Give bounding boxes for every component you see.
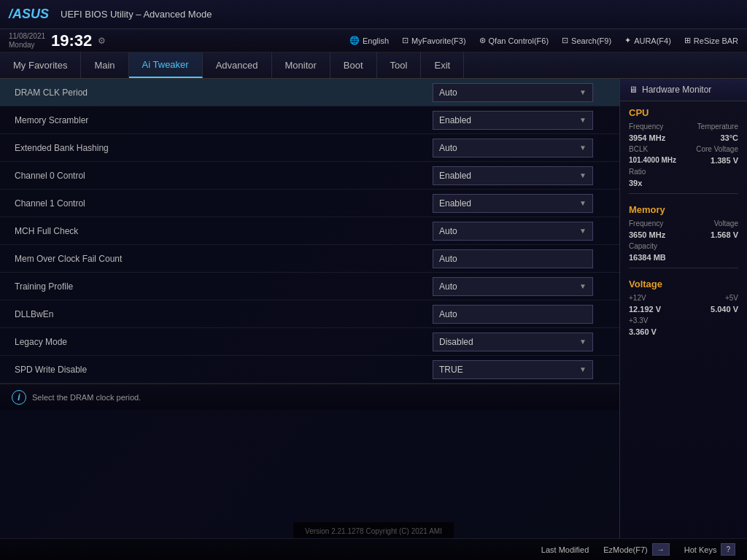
nav-advanced[interactable]: Advanced bbox=[203, 52, 272, 78]
setting-spd-write-disable[interactable]: SPD Write Disable TRUE ▼ bbox=[0, 356, 619, 384]
legacy-mode-label: Legacy Mode bbox=[15, 337, 433, 347]
memory-scrambler-label: Memory Scrambler bbox=[15, 115, 433, 125]
dropdown-arrow: ▼ bbox=[579, 144, 587, 152]
footer: Last Modified EzMode(F7) → Hot Keys ? bbox=[0, 538, 747, 560]
ch1-value[interactable]: Enabled ▼ bbox=[433, 194, 608, 213]
setting-legacy-mode[interactable]: Legacy Mode Disabled ▼ bbox=[0, 328, 619, 356]
nav-ai-tweaker[interactable]: Ai Tweaker bbox=[129, 52, 203, 78]
settings-icon[interactable]: ⚙ bbox=[98, 36, 106, 46]
top-header: /ASUS UEFI BIOS Utility – Advanced Mode bbox=[0, 0, 747, 29]
mem-over-clock-value[interactable]: Auto bbox=[433, 249, 608, 268]
status-bar: i Select the DRAM clock period. bbox=[0, 384, 619, 410]
spd-label: SPD Write Disable bbox=[15, 365, 433, 375]
setting-dllbwen[interactable]: DLLBwEn Auto bbox=[0, 300, 619, 328]
ch0-label: Channel 0 Control bbox=[15, 171, 433, 181]
memory-scrambler-value[interactable]: Enabled ▼ bbox=[433, 111, 608, 130]
nav-exit[interactable]: Exit bbox=[421, 52, 464, 78]
voltage-section-title: Voltage bbox=[620, 273, 747, 292]
mch-dropdown[interactable]: Auto ▼ bbox=[433, 222, 593, 241]
setting-channel-1-control[interactable]: Channel 1 Control Enabled ▼ bbox=[0, 190, 619, 217]
memory-voltage-divider bbox=[629, 268, 738, 268]
dram-clk-label: DRAM CLK Period bbox=[15, 88, 433, 98]
nav-boot[interactable]: Boot bbox=[330, 52, 377, 78]
mem-freq-key: Frequency bbox=[629, 219, 663, 228]
memory-scrambler-dropdown[interactable]: Enabled ▼ bbox=[433, 111, 593, 130]
info-icon: i bbox=[12, 390, 26, 405]
settings-panel[interactable]: DRAM CLK Period Auto ▼ Memory Scrambler … bbox=[0, 79, 619, 538]
setting-extended-bank-hashing[interactable]: Extended Bank Hashing Auto ▼ bbox=[0, 134, 619, 162]
dropdown-arrow: ▼ bbox=[579, 88, 587, 96]
setting-memory-scrambler[interactable]: Memory Scrambler Enabled ▼ bbox=[0, 106, 619, 134]
myfavorite-btn[interactable]: ⊡ MyFavorite(F3) bbox=[402, 36, 466, 45]
spd-dropdown[interactable]: TRUE ▼ bbox=[433, 360, 593, 379]
ezmode-arrow: → bbox=[652, 543, 670, 556]
ch0-value[interactable]: Enabled ▼ bbox=[433, 166, 608, 185]
legacy-mode-value[interactable]: Disabled ▼ bbox=[433, 332, 608, 351]
cpu-ratio-row: Ratio bbox=[620, 166, 747, 177]
aura-btn[interactable]: ✦ AURA(F4) bbox=[624, 36, 671, 45]
ezmode-btn[interactable]: EzMode(F7) → bbox=[603, 543, 670, 556]
hw-monitor-panel: 🖥 Hardware Monitor CPU Frequency Tempera… bbox=[619, 79, 747, 538]
v12-value: 12.192 V bbox=[629, 305, 661, 314]
nav-my-favorites[interactable]: My Favorites bbox=[0, 52, 81, 78]
hotkeys-label: Hot Keys bbox=[684, 545, 717, 554]
dram-clk-value[interactable]: Auto ▼ bbox=[433, 83, 608, 102]
dram-clk-dropdown[interactable]: Auto ▼ bbox=[433, 83, 593, 102]
extended-bank-value[interactable]: Auto ▼ bbox=[433, 139, 608, 158]
monitor-icon: 🖥 bbox=[629, 85, 638, 95]
dllbwen-input[interactable]: Auto bbox=[433, 305, 593, 324]
language-btn[interactable]: 🌐 English bbox=[349, 36, 389, 45]
cpu-section-title: CPU bbox=[620, 101, 747, 121]
status-message: Select the DRAM clock period. bbox=[32, 393, 141, 402]
qfan-btn[interactable]: ⊛ Qfan Control(F6) bbox=[479, 36, 549, 45]
setting-channel-0-control[interactable]: Channel 0 Control Enabled ▼ bbox=[0, 162, 619, 190]
cpu-bclk-row: BCLK Core Voltage bbox=[620, 144, 747, 155]
dropdown-arrow: ▼ bbox=[579, 365, 587, 373]
dllbwen-value[interactable]: Auto bbox=[433, 305, 608, 324]
resiZebar-btn[interactable]: ⊞ ReSize BAR bbox=[684, 36, 738, 45]
mem-capacity-key: Capacity bbox=[629, 242, 657, 250]
training-profile-dropdown[interactable]: Auto ▼ bbox=[433, 277, 593, 296]
nav-main[interactable]: Main bbox=[81, 52, 128, 78]
favorite-icon: ⊡ bbox=[402, 36, 409, 45]
ch1-dropdown[interactable]: Enabled ▼ bbox=[433, 194, 593, 213]
nav-monitor[interactable]: Monitor bbox=[272, 52, 330, 78]
cpu-corevolt-value: 1.385 V bbox=[711, 156, 738, 165]
hotkeys-btn[interactable]: Hot Keys ? bbox=[684, 543, 735, 556]
setting-dram-clk-period[interactable]: DRAM CLK Period Auto ▼ bbox=[0, 79, 619, 106]
v12-value-row: 12.192 V 5.040 V bbox=[620, 303, 747, 315]
cpu-freq-value: 3954 MHz bbox=[629, 133, 665, 142]
mem-freq-value: 3650 MHz bbox=[629, 230, 665, 239]
content-area: DRAM CLK Period Auto ▼ Memory Scrambler … bbox=[0, 79, 747, 538]
v33-key: +3.3V bbox=[629, 316, 648, 324]
mem-freq-row: Frequency Voltage bbox=[620, 218, 747, 229]
aura-icon: ✦ bbox=[624, 36, 631, 45]
mch-value[interactable]: Auto ▼ bbox=[433, 222, 608, 241]
training-profile-value[interactable]: Auto ▼ bbox=[433, 277, 608, 296]
extended-bank-dropdown[interactable]: Auto ▼ bbox=[433, 139, 593, 158]
spd-value[interactable]: TRUE ▼ bbox=[433, 360, 608, 379]
legacy-mode-dropdown[interactable]: Disabled ▼ bbox=[433, 332, 593, 351]
date-text: 11/08/2021 bbox=[9, 32, 45, 41]
nav-tool[interactable]: Tool bbox=[377, 52, 422, 78]
mem-volt-value: 1.568 V bbox=[711, 230, 738, 239]
mem-over-clock-input[interactable]: Auto bbox=[433, 249, 593, 268]
hw-monitor-title: 🖥 Hardware Monitor bbox=[620, 79, 747, 101]
extended-bank-label: Extended Bank Hashing bbox=[15, 143, 433, 153]
setting-mch-full-check[interactable]: MCH Full Check Auto ▼ bbox=[0, 217, 619, 245]
cpu-memory-divider bbox=[629, 193, 738, 194]
last-modified-label: Last Modified bbox=[541, 545, 589, 554]
search-btn[interactable]: ⊡ Search(F9) bbox=[562, 36, 611, 45]
ch0-dropdown[interactable]: Enabled ▼ bbox=[433, 166, 593, 185]
v5-value: 5.040 V bbox=[711, 305, 738, 314]
dropdown-arrow: ▼ bbox=[579, 116, 587, 124]
cpu-temp-key: Temperature bbox=[697, 122, 738, 131]
v12-key: +12V bbox=[629, 294, 646, 302]
search-icon: ⊡ bbox=[562, 36, 568, 45]
fan-icon: ⊛ bbox=[479, 36, 486, 45]
setting-mem-over-clock[interactable]: Mem Over Clock Fail Count Auto bbox=[0, 245, 619, 273]
hotkeys-question: ? bbox=[721, 543, 735, 556]
mem-capacity-row: Capacity bbox=[620, 241, 747, 252]
last-modified-btn[interactable]: Last Modified bbox=[541, 543, 589, 556]
setting-training-profile[interactable]: Training Profile Auto ▼ bbox=[0, 273, 619, 300]
